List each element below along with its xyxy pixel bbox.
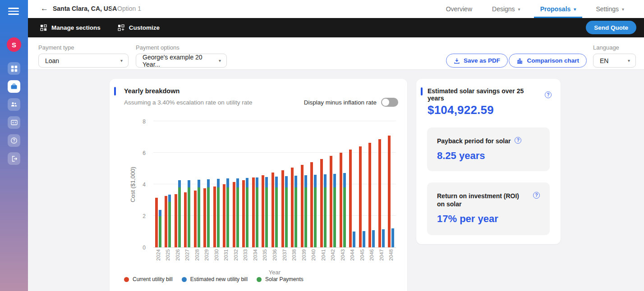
inflation-toggle-row: Display minus inflation rate (304, 98, 398, 107)
nav-proposals-label: Proposals (540, 5, 571, 13)
x-tick-label: 2036 (272, 249, 277, 267)
sidebar-item-dashboard[interactable] (8, 62, 20, 75)
legend-label: Estimated new utility bill (190, 276, 248, 282)
bar-solar-payments (343, 187, 346, 247)
bar-estimated-new-utility-bill (294, 176, 297, 187)
x-tick-label: 2035 (262, 249, 267, 267)
bar-current-utility-bill (330, 156, 332, 247)
x-tick-label: 2046 (369, 249, 374, 267)
bar-solar-payments (275, 187, 278, 247)
bar-estimated-new-utility-bill (333, 174, 336, 187)
bar-solar-payments (265, 187, 268, 247)
payment-type-label: Payment type (38, 44, 74, 51)
back-arrow-icon[interactable]: ← (41, 4, 48, 13)
legend-dot-red (124, 277, 129, 282)
project-option: Option 1 (117, 5, 141, 12)
team-icon (10, 101, 18, 108)
sidebar-item-logout[interactable] (8, 152, 20, 165)
legend-label: Solar Payments (265, 276, 304, 282)
bar-estimated-new-utility-bill (236, 178, 239, 187)
chart-x-axis-title: Year (153, 269, 396, 276)
payment-options-label: Payment options (136, 44, 179, 51)
sidebar-item-designs[interactable] (8, 116, 20, 129)
savings-title: Estimated solar savings over 25 years (428, 87, 541, 102)
x-tick-label: 2044 (350, 249, 355, 267)
bar-estimated-new-utility-bill (343, 173, 346, 187)
payment-type-select[interactable]: Loan ▾ (38, 54, 129, 68)
inflation-toggle[interactable] (381, 98, 398, 107)
bar-solar-payments (159, 216, 161, 247)
logout-icon (11, 155, 18, 162)
bar-chart-icon (516, 58, 523, 64)
bar-estimated-new-utility-bill (285, 176, 288, 187)
bar-solar-payments (168, 202, 171, 248)
bar-current-utility-bill (233, 182, 235, 247)
bar-current-utility-bill (203, 188, 206, 247)
legend-dot-blue (182, 277, 187, 282)
chevron-down-icon: ▾ (622, 7, 624, 12)
language-select[interactable]: EN ▾ (593, 54, 636, 68)
send-quote-button[interactable]: Send Quote (586, 21, 636, 34)
bar-estimated-new-utility-bill (382, 229, 385, 247)
x-tick-label: 2027 (184, 249, 190, 267)
roi-box: Return on investment (ROI) on solar ? 17… (427, 182, 550, 235)
bar-estimated-new-utility-bill (207, 179, 210, 187)
bar-estimated-new-utility-bill (314, 175, 317, 187)
nav-overview[interactable]: Overview (446, 0, 472, 18)
help-icon[interactable]: ? (515, 137, 521, 144)
x-tick-label: 2047 (379, 249, 384, 267)
x-tick-label: 2033 (243, 249, 248, 267)
bar-current-utility-bill (165, 196, 167, 247)
comparison-chart-label: Comparison chart (527, 57, 579, 64)
chevron-down-icon: ▾ (574, 7, 576, 12)
manage-sections-label: Manage sections (51, 24, 101, 31)
bar-current-utility-bill (320, 159, 323, 247)
payback-period-box: Payback period for solar ? 8.25 years (427, 127, 550, 171)
customize-button[interactable]: Customize (118, 24, 160, 31)
bar-solar-payments (188, 187, 190, 247)
x-tick-label: 2028 (194, 249, 200, 267)
payback-title: Payback period for solar (437, 137, 511, 145)
bar-current-utility-bill (175, 194, 177, 247)
toggle-knob (382, 99, 389, 106)
bar-estimated-new-utility-bill (372, 230, 375, 247)
nav-overview-label: Overview (446, 5, 472, 13)
sidebar-item-team[interactable] (8, 98, 20, 111)
chevron-down-icon: ▾ (214, 58, 221, 63)
payment-options-select[interactable]: George's example 20 Year... ▾ (136, 54, 227, 68)
legend-item-solar-payments: Solar Payments (257, 276, 304, 282)
bar-estimated-new-utility-bill (363, 231, 365, 247)
chevron-down-icon: ▾ (623, 58, 630, 63)
bar-current-utility-bill (359, 146, 362, 247)
avatar[interactable]: S (7, 37, 21, 52)
dashboard-grid-icon (11, 65, 18, 72)
bar-current-utility-bill (262, 175, 264, 247)
help-icon[interactable]: ? (533, 192, 540, 199)
x-tick-label: 2029 (204, 249, 209, 267)
comparison-chart-button[interactable]: Comparison chart (509, 54, 587, 68)
menu-icon[interactable] (8, 6, 20, 18)
grid-plus-icon (118, 24, 124, 31)
bar-current-utility-bill (155, 198, 158, 247)
manage-sections-button[interactable]: Manage sections (40, 24, 101, 31)
nav-proposals[interactable]: Proposals ▾ (540, 0, 576, 18)
nav-designs[interactable]: Designs ▾ (492, 0, 520, 18)
x-tick-label: 2025 (165, 249, 170, 267)
chart-legend: Current utility bill Estimated new utili… (124, 276, 304, 282)
bar-current-utility-bill (252, 177, 255, 247)
help-icon[interactable]: ? (545, 91, 552, 98)
roi-value: 17% per year (437, 213, 540, 225)
bar-current-utility-bill (291, 168, 294, 247)
bar-current-utility-bill (378, 139, 381, 247)
bar-solar-payments (256, 187, 258, 247)
save-as-pdf-button[interactable]: Save as PDF (446, 54, 508, 68)
filter-bar: Payment type Loan ▾ Payment options Geor… (28, 37, 644, 70)
sidebar-item-projects[interactable] (8, 80, 20, 93)
y-tick-label: 0 (143, 245, 146, 251)
x-tick-label: 2026 (175, 249, 180, 267)
language-label: Language (593, 44, 619, 51)
bar-solar-payments (198, 187, 200, 247)
bar-solar-payments (294, 187, 297, 247)
nav-settings[interactable]: Settings ▾ (596, 0, 624, 18)
sidebar-item-help[interactable] (8, 134, 20, 147)
